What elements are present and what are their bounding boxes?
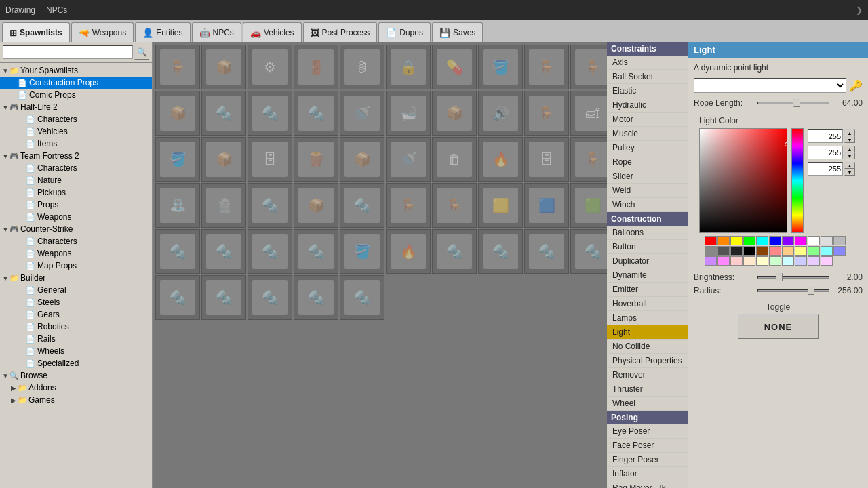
tree-item-gears[interactable]: 📄Gears: [0, 308, 152, 321]
color-swatch[interactable]: [808, 256, 820, 266]
tree-item-half-life-2[interactable]: ▼🎮Half-Life 2: [0, 101, 152, 113]
tree-item-map-props[interactable]: 📄Map Props: [0, 260, 152, 272]
rgb-r-down[interactable]: ▼: [844, 136, 855, 143]
rgb-r-input[interactable]: [808, 129, 843, 143]
construction-emitter[interactable]: Emitter: [607, 283, 688, 297]
tab-vehicles[interactable]: 🚗 Vehicles: [243, 22, 302, 42]
rgb-g-down[interactable]: ▼: [844, 152, 855, 159]
search-input[interactable]: [3, 45, 133, 59]
color-swatch[interactable]: [705, 256, 717, 266]
grid-item[interactable]: 🚪: [294, 45, 338, 89]
grid-item[interactable]: 🪑: [386, 183, 431, 228]
grid-item[interactable]: 🔩: [248, 229, 292, 274]
grid-item[interactable]: 🔩: [155, 229, 200, 274]
radius-slider[interactable]: [757, 289, 829, 292]
color-swatch[interactable]: [769, 236, 781, 245]
tree-item-your-spawnlists[interactable]: ▼📁Your Spawnlists: [0, 64, 152, 77]
grid-item[interactable]: 🟦: [524, 183, 569, 228]
tree-item-nature[interactable]: 📄Nature: [0, 174, 152, 186]
none-button[interactable]: NONE: [738, 314, 819, 339]
construction-light[interactable]: Light: [607, 325, 688, 340]
tab-npcs[interactable]: 🤖 NPCs: [192, 22, 241, 42]
constraint-axis[interactable]: Axis: [607, 56, 688, 70]
grid-item[interactable]: 📦: [340, 137, 384, 182]
rgb-b-up[interactable]: ▲: [844, 162, 855, 169]
constraint-hydraulic[interactable]: Hydraulic: [607, 98, 688, 113]
constraint-elastic[interactable]: Elastic: [607, 84, 688, 98]
construction-lamps[interactable]: Lamps: [607, 311, 688, 325]
color-swatch[interactable]: [717, 236, 730, 245]
color-swatch[interactable]: [756, 256, 768, 266]
color-swatch[interactable]: [717, 246, 730, 256]
color-swatch[interactable]: [743, 246, 755, 256]
tree-item-general[interactable]: 📄General: [0, 284, 152, 296]
color-swatch[interactable]: [756, 236, 768, 245]
color-swatch[interactable]: [808, 236, 820, 245]
tree-item-addons[interactable]: ▶📁Addons: [0, 382, 152, 394]
tree-item-items[interactable]: 📄Items: [0, 138, 152, 150]
rgb-b-down[interactable]: ▼: [844, 169, 855, 176]
tree-toggle[interactable]: ▼: [1, 372, 9, 380]
tab-spawnlists[interactable]: ⊞ Spawnlists: [2, 22, 70, 42]
tree-item-comic-props[interactable]: 📄Comic Props: [0, 89, 152, 101]
title-arrow-icon[interactable]: ❯: [856, 5, 863, 15]
color-swatch[interactable]: [730, 256, 743, 266]
color-swatch[interactable]: [808, 246, 820, 256]
tab-postprocess[interactable]: 🖼 Post Process: [303, 22, 378, 42]
color-swatch[interactable]: [743, 236, 755, 245]
grid-item[interactable]: 📦: [294, 183, 338, 228]
grid-item[interactable]: 🪣: [340, 229, 384, 274]
tree-item-rails[interactable]: 📄Rails: [0, 333, 152, 345]
color-swatch[interactable]: [705, 246, 717, 256]
menu-npcs[interactable]: NPCs: [46, 5, 67, 15]
tree-item-specialized[interactable]: 📄Specialized: [0, 357, 152, 369]
construction-balloons[interactable]: Balloons: [607, 226, 688, 240]
grid-item[interactable]: 🗄: [248, 137, 292, 182]
grid-item[interactable]: 🔩: [340, 275, 384, 320]
constraint-weld[interactable]: Weld: [607, 184, 688, 198]
rgb-g-up[interactable]: ▲: [844, 146, 855, 152]
grid-item[interactable]: 🔩: [478, 229, 523, 274]
color-swatch[interactable]: [717, 256, 730, 266]
posing-eye-poser[interactable]: Eye Poser: [607, 424, 688, 439]
grid-item[interactable]: 🔊: [478, 91, 523, 136]
color-swatch[interactable]: [705, 236, 717, 245]
constraint-muscle[interactable]: Muscle: [607, 127, 688, 141]
constraint-rope[interactable]: Rope: [607, 155, 688, 169]
tree-toggle[interactable]: ▼: [1, 226, 9, 233]
brightness-thumb[interactable]: [776, 273, 783, 281]
tree-item-games[interactable]: ▶📁Games: [0, 394, 152, 406]
constraint-pulley[interactable]: Pulley: [607, 141, 688, 155]
grid-item[interactable]: 🔥: [386, 229, 431, 274]
tree-item-props[interactable]: 📄Props: [0, 199, 152, 211]
color-swatch[interactable]: [795, 256, 807, 266]
tree-item-robotics[interactable]: 📄Robotics: [0, 321, 152, 333]
tree-item-steels[interactable]: 📄Steels: [0, 296, 152, 308]
tree-item-construction-props[interactable]: 📄Construction Props: [0, 77, 152, 89]
tree-item-pickups[interactable]: 📄Pickups: [0, 186, 152, 199]
grid-item[interactable]: 🔩: [201, 229, 246, 274]
tree-toggle[interactable]: ▼: [1, 104, 9, 111]
grid-item[interactable]: 🔩: [524, 229, 569, 274]
construction-dynamite[interactable]: Dynamite: [607, 268, 688, 283]
tree-item-characters[interactable]: 📄Characters: [0, 235, 152, 247]
color-swatch[interactable]: [833, 246, 846, 256]
grid-item[interactable]: 🔩: [294, 275, 338, 320]
construction-wheel[interactable]: Wheel: [607, 396, 688, 411]
posing-inflator[interactable]: Inflator: [607, 467, 688, 481]
grid-item[interactable]: 🗑: [432, 137, 477, 182]
color-swatch[interactable]: [782, 236, 794, 245]
color-swatch[interactable]: [743, 256, 755, 266]
color-swatch[interactable]: [821, 236, 833, 245]
tab-entities[interactable]: 👤 Entities: [135, 22, 190, 42]
constraint-winch[interactable]: Winch: [607, 198, 688, 212]
tab-saves[interactable]: 💾 Saves: [432, 22, 483, 42]
tree-item-builder[interactable]: ▼📁Builder: [0, 272, 152, 284]
rgb-g-input[interactable]: [808, 146, 843, 159]
grid-item[interactable]: 📦: [155, 91, 200, 136]
constraint-motor[interactable]: Motor: [607, 113, 688, 127]
radius-thumb[interactable]: [808, 287, 814, 295]
grid-item[interactable]: ⛲: [155, 183, 200, 228]
constraint-slider[interactable]: Slider: [607, 169, 688, 184]
grid-item[interactable]: 🗄: [524, 137, 569, 182]
